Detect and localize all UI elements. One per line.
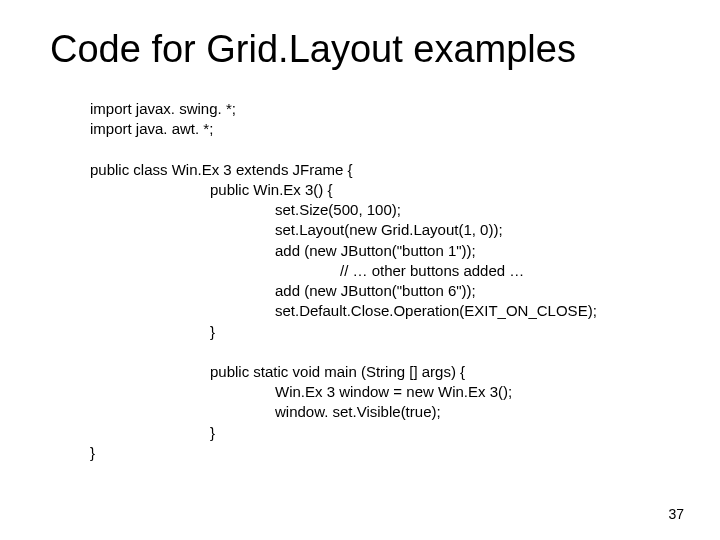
code-line-add6: add (new JButton("button 6")); <box>90 281 670 301</box>
code-line-ctor-decl: public Win.Ex 3() { <box>90 180 670 200</box>
code-line-import1: import javax. swing. *; <box>90 99 670 119</box>
code-line-import2: import java. awt. *; <box>90 119 670 139</box>
code-block: import javax. swing. *; import java. awt… <box>50 99 670 463</box>
code-line-add1: add (new JButton("button 1")); <box>90 241 670 261</box>
code-line-setsize: set.Size(500, 100); <box>90 200 670 220</box>
slide: Code for Grid.Layout examples import jav… <box>0 0 720 540</box>
code-line-class-decl: public class Win.Ex 3 extends JFrame { <box>90 160 670 180</box>
code-line-main2: window. set.Visible(true); <box>90 402 670 422</box>
code-line-comment: // … other buttons added … <box>90 261 670 281</box>
code-line-setdefault: set.Default.Close.Operation(EXIT_ON_CLOS… <box>90 301 670 321</box>
code-line-ctor-close: } <box>90 322 670 342</box>
code-line-setlayout: set.Layout(new Grid.Layout(1, 0)); <box>90 220 670 240</box>
code-line-main1: Win.Ex 3 window = new Win.Ex 3(); <box>90 382 670 402</box>
slide-title: Code for Grid.Layout examples <box>50 28 670 71</box>
code-line-main-close: } <box>90 423 670 443</box>
page-number: 37 <box>668 506 684 522</box>
code-line-main-decl: public static void main (String [] args)… <box>90 362 670 382</box>
code-line-class-close: } <box>90 443 670 463</box>
